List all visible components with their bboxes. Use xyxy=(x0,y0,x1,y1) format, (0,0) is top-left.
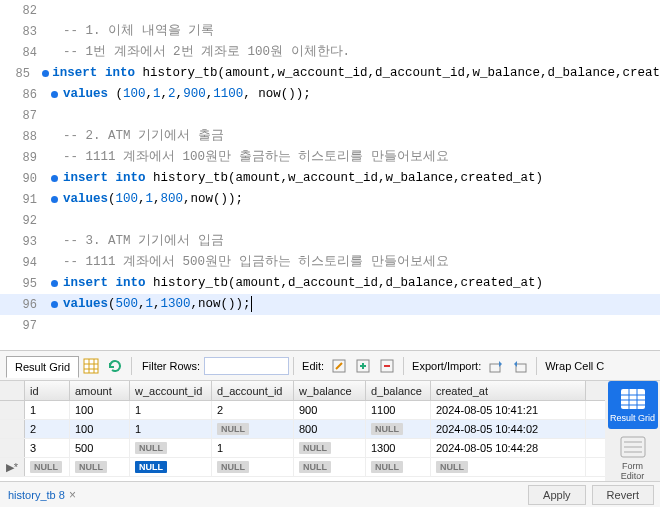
code-line[interactable]: 92 xyxy=(0,210,660,231)
table-row[interactable]: 11001290011002024-08-05 10:41:21 xyxy=(0,401,605,420)
breakpoint-marker[interactable] xyxy=(45,196,63,203)
column-header[interactable]: w_account_id xyxy=(130,381,212,400)
grid-cell[interactable]: 1 xyxy=(25,401,70,419)
svg-rect-13 xyxy=(621,389,645,409)
grid-cell[interactable]: NULL xyxy=(431,458,586,476)
grid-cell[interactable]: 1300 xyxy=(366,439,431,457)
code-line[interactable]: 96values(500,1,1300,now()); xyxy=(0,294,660,315)
grid-cell[interactable]: 2 xyxy=(25,420,70,438)
grid-cell[interactable]: NULL xyxy=(70,458,130,476)
code-line[interactable]: 97 xyxy=(0,315,660,336)
grid-cell[interactable]: 1 xyxy=(212,439,294,457)
apply-button[interactable]: Apply xyxy=(528,485,586,505)
grid-cell[interactable]: NULL xyxy=(294,439,366,457)
grid-cell[interactable]: 1100 xyxy=(366,401,431,419)
code-line[interactable]: 89-- 1111 계좌에서 100원만 출금하는 히스토리를 만들어보세요 xyxy=(0,147,660,168)
add-row-icon[interactable] xyxy=(354,357,372,375)
column-header[interactable]: created_at xyxy=(431,381,586,400)
side-result-grid-button[interactable]: Result Grid xyxy=(608,381,658,429)
grid-cell[interactable]: 2024-08-05 10:44:02 xyxy=(431,420,586,438)
text-cursor xyxy=(251,296,252,312)
delete-row-icon[interactable] xyxy=(378,357,396,375)
code-line[interactable]: 88-- 2. ATM 기기에서 출금 xyxy=(0,126,660,147)
grid-cell[interactable]: 3 xyxy=(25,439,70,457)
code-line[interactable]: 93-- 3. ATM 기기에서 입금 xyxy=(0,231,660,252)
code-content[interactable]: -- 1번 계좌에서 2번 계좌로 100원 이체한다. xyxy=(63,42,660,63)
breakpoint-marker[interactable] xyxy=(45,175,63,182)
grid-cell[interactable]: 2024-08-05 10:44:28 xyxy=(431,439,586,457)
code-content[interactable]: -- 1. 이체 내역을 기록 xyxy=(63,21,660,42)
code-line[interactable]: 83-- 1. 이체 내역을 기록 xyxy=(0,21,660,42)
revert-button[interactable]: Revert xyxy=(592,485,654,505)
code-content[interactable]: values (100,1,2,900,1100, now()); xyxy=(63,84,660,105)
edit-row-icon[interactable] xyxy=(330,357,348,375)
code-content[interactable]: -- 2. ATM 기기에서 출금 xyxy=(63,126,660,147)
breakpoint-marker[interactable] xyxy=(38,70,53,77)
row-marker[interactable] xyxy=(0,420,25,438)
breakpoint-marker[interactable] xyxy=(45,280,63,287)
row-marker[interactable]: ▶* xyxy=(0,458,25,476)
close-icon[interactable]: × xyxy=(69,488,76,502)
null-badge: NULL xyxy=(299,442,331,454)
column-header[interactable]: d_balance xyxy=(366,381,431,400)
grid-cell[interactable]: NULL xyxy=(212,458,294,476)
code-content[interactable]: -- 3. ATM 기기에서 입금 xyxy=(63,231,660,252)
filter-rows-label: Filter Rows: xyxy=(142,360,200,372)
grid-cell[interactable]: 800 xyxy=(294,420,366,438)
code-line[interactable]: 91values(100,1,800,now()); xyxy=(0,189,660,210)
row-marker[interactable] xyxy=(0,439,25,457)
svg-rect-0 xyxy=(84,359,98,373)
code-content[interactable]: insert into history_tb(amount,d_account_… xyxy=(63,273,660,294)
grid-cell[interactable]: NULL xyxy=(25,458,70,476)
table-row[interactable]: ▶*NULLNULLNULLNULLNULLNULLNULL xyxy=(0,458,605,477)
code-content[interactable]: values(100,1,800,now()); xyxy=(63,189,660,210)
export-icon[interactable] xyxy=(487,357,505,375)
code-content[interactable]: insert into history_tb(amount,w_account_… xyxy=(63,168,660,189)
row-marker[interactable] xyxy=(0,401,25,419)
sql-editor[interactable]: 8283-- 1. 이체 내역을 기록84-- 1번 계좌에서 2번 계좌로 1… xyxy=(0,0,660,336)
side-form-editor-button[interactable]: Form Editor xyxy=(608,429,658,487)
breakpoint-marker[interactable] xyxy=(45,301,63,308)
code-line[interactable]: 95insert into history_tb(amount,d_accoun… xyxy=(0,273,660,294)
grid-cell[interactable]: NULL xyxy=(130,458,212,476)
column-header[interactable]: d_account_id xyxy=(212,381,294,400)
code-line[interactable]: 86values (100,1,2,900,1100, now()); xyxy=(0,84,660,105)
grid-view-icon[interactable] xyxy=(82,357,100,375)
table-row[interactable]: 21001NULL800NULL2024-08-05 10:44:02 xyxy=(0,420,605,439)
grid-cell[interactable]: 500 xyxy=(70,439,130,457)
table-row[interactable]: 3500NULL1NULL13002024-08-05 10:44:28 xyxy=(0,439,605,458)
import-icon[interactable] xyxy=(511,357,529,375)
column-header[interactable]: id xyxy=(25,381,70,400)
grid-cell[interactable]: 2024-08-05 10:41:21 xyxy=(431,401,586,419)
grid-cell[interactable]: NULL xyxy=(212,420,294,438)
result-grid-tab[interactable]: Result Grid xyxy=(6,356,79,378)
code-line[interactable]: 87 xyxy=(0,105,660,126)
grid-cell[interactable]: 100 xyxy=(70,401,130,419)
grid-cell[interactable]: NULL xyxy=(130,439,212,457)
code-line[interactable]: 82 xyxy=(0,0,660,21)
filter-rows-input[interactable] xyxy=(204,357,289,375)
code-content[interactable]: insert into history_tb(amount,w_account_… xyxy=(52,63,660,84)
code-content[interactable]: -- 1111 계좌에서 500원만 입금하는 히스토리를 만들어보세요 xyxy=(63,252,660,273)
grid-cell[interactable]: 1 xyxy=(130,420,212,438)
grid-cell[interactable]: NULL xyxy=(366,420,431,438)
result-tab[interactable]: history_tb 8 × xyxy=(0,484,84,506)
code-line[interactable]: 85insert into history_tb(amount,w_accoun… xyxy=(0,63,660,84)
code-line[interactable]: 84-- 1번 계좌에서 2번 계좌로 100원 이체한다. xyxy=(0,42,660,63)
code-line[interactable]: 94-- 1111 계좌에서 500원만 입금하는 히스토리를 만들어보세요 xyxy=(0,252,660,273)
column-header[interactable]: amount xyxy=(70,381,130,400)
grid-cell[interactable]: 100 xyxy=(70,420,130,438)
code-content[interactable]: -- 1111 계좌에서 100원만 출금하는 히스토리를 만들어보세요 xyxy=(63,147,660,168)
row-header-corner xyxy=(0,381,25,400)
result-grid[interactable]: idamountw_account_idd_account_idw_balanc… xyxy=(0,381,605,487)
grid-cell[interactable]: 900 xyxy=(294,401,366,419)
code-content[interactable]: values(500,1,1300,now()); xyxy=(63,294,660,315)
refresh-icon[interactable] xyxy=(106,357,124,375)
column-header[interactable]: w_balance xyxy=(294,381,366,400)
breakpoint-marker[interactable] xyxy=(45,91,63,98)
grid-cell[interactable]: NULL xyxy=(294,458,366,476)
grid-cell[interactable]: NULL xyxy=(366,458,431,476)
code-line[interactable]: 90insert into history_tb(amount,w_accoun… xyxy=(0,168,660,189)
grid-cell[interactable]: 1 xyxy=(130,401,212,419)
grid-cell[interactable]: 2 xyxy=(212,401,294,419)
